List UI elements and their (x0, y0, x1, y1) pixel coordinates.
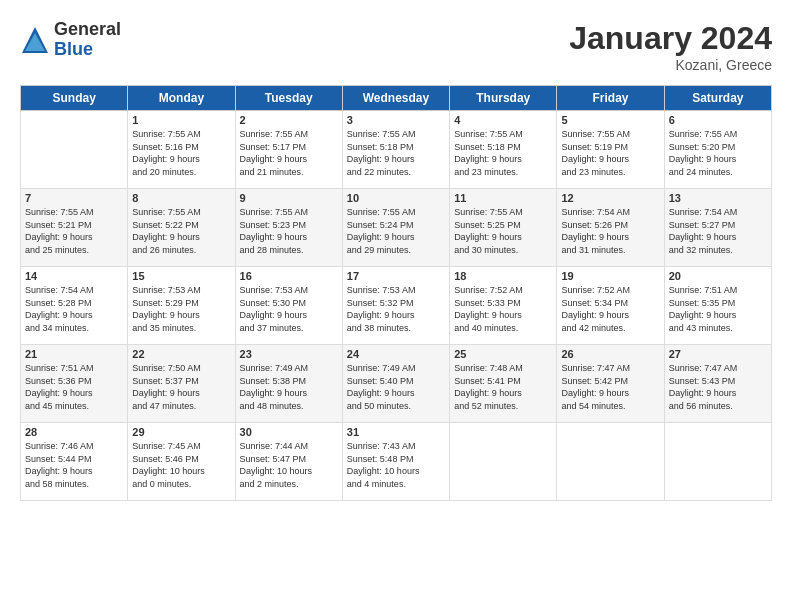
day-number: 24 (347, 348, 445, 360)
month-title: January 2024 (569, 20, 772, 57)
day-info: Sunrise: 7:55 AMSunset: 5:18 PMDaylight:… (454, 128, 552, 178)
day-number: 26 (561, 348, 659, 360)
location: Kozani, Greece (569, 57, 772, 73)
day-number: 27 (669, 348, 767, 360)
day-info: Sunrise: 7:54 AMSunset: 5:26 PMDaylight:… (561, 206, 659, 256)
day-info: Sunrise: 7:54 AMSunset: 5:28 PMDaylight:… (25, 284, 123, 334)
day-info: Sunrise: 7:55 AMSunset: 5:24 PMDaylight:… (347, 206, 445, 256)
day-info: Sunrise: 7:51 AMSunset: 5:35 PMDaylight:… (669, 284, 767, 334)
day-info: Sunrise: 7:46 AMSunset: 5:44 PMDaylight:… (25, 440, 123, 490)
day-number: 22 (132, 348, 230, 360)
day-info: Sunrise: 7:54 AMSunset: 5:27 PMDaylight:… (669, 206, 767, 256)
day-info: Sunrise: 7:47 AMSunset: 5:43 PMDaylight:… (669, 362, 767, 412)
day-number: 20 (669, 270, 767, 282)
day-number: 21 (25, 348, 123, 360)
calendar-table: Sunday Monday Tuesday Wednesday Thursday… (20, 85, 772, 501)
day-number: 4 (454, 114, 552, 126)
day-number: 11 (454, 192, 552, 204)
day-number: 7 (25, 192, 123, 204)
day-number: 30 (240, 426, 338, 438)
day-number: 13 (669, 192, 767, 204)
day-info: Sunrise: 7:50 AMSunset: 5:37 PMDaylight:… (132, 362, 230, 412)
day-number: 2 (240, 114, 338, 126)
day-number: 5 (561, 114, 659, 126)
table-row: 20Sunrise: 7:51 AMSunset: 5:35 PMDayligh… (664, 267, 771, 345)
day-info: Sunrise: 7:55 AMSunset: 5:19 PMDaylight:… (561, 128, 659, 178)
logo-general-text: General (54, 20, 121, 40)
day-number: 15 (132, 270, 230, 282)
day-info: Sunrise: 7:44 AMSunset: 5:47 PMDaylight:… (240, 440, 338, 490)
day-info: Sunrise: 7:52 AMSunset: 5:33 PMDaylight:… (454, 284, 552, 334)
day-number: 14 (25, 270, 123, 282)
page: General Blue January 2024 Kozani, Greece… (0, 0, 792, 612)
day-number: 31 (347, 426, 445, 438)
calendar-week-row: 1Sunrise: 7:55 AMSunset: 5:16 PMDaylight… (21, 111, 772, 189)
table-row: 17Sunrise: 7:53 AMSunset: 5:32 PMDayligh… (342, 267, 449, 345)
day-number: 3 (347, 114, 445, 126)
table-row: 10Sunrise: 7:55 AMSunset: 5:24 PMDayligh… (342, 189, 449, 267)
logo-text: General Blue (54, 20, 121, 60)
table-row: 3Sunrise: 7:55 AMSunset: 5:18 PMDaylight… (342, 111, 449, 189)
day-number: 23 (240, 348, 338, 360)
day-number: 25 (454, 348, 552, 360)
table-row: 31Sunrise: 7:43 AMSunset: 5:48 PMDayligh… (342, 423, 449, 501)
day-info: Sunrise: 7:53 AMSunset: 5:29 PMDaylight:… (132, 284, 230, 334)
col-sunday: Sunday (21, 86, 128, 111)
col-tuesday: Tuesday (235, 86, 342, 111)
header: General Blue January 2024 Kozani, Greece (20, 20, 772, 73)
calendar-header-row: Sunday Monday Tuesday Wednesday Thursday… (21, 86, 772, 111)
table-row: 19Sunrise: 7:52 AMSunset: 5:34 PMDayligh… (557, 267, 664, 345)
table-row (664, 423, 771, 501)
calendar-week-row: 14Sunrise: 7:54 AMSunset: 5:28 PMDayligh… (21, 267, 772, 345)
table-row: 29Sunrise: 7:45 AMSunset: 5:46 PMDayligh… (128, 423, 235, 501)
col-monday: Monday (128, 86, 235, 111)
day-number: 19 (561, 270, 659, 282)
day-info: Sunrise: 7:55 AMSunset: 5:16 PMDaylight:… (132, 128, 230, 178)
col-friday: Friday (557, 86, 664, 111)
day-number: 16 (240, 270, 338, 282)
table-row: 11Sunrise: 7:55 AMSunset: 5:25 PMDayligh… (450, 189, 557, 267)
day-number: 9 (240, 192, 338, 204)
day-info: Sunrise: 7:49 AMSunset: 5:38 PMDaylight:… (240, 362, 338, 412)
day-info: Sunrise: 7:43 AMSunset: 5:48 PMDaylight:… (347, 440, 445, 490)
day-info: Sunrise: 7:55 AMSunset: 5:20 PMDaylight:… (669, 128, 767, 178)
day-number: 28 (25, 426, 123, 438)
day-number: 8 (132, 192, 230, 204)
table-row: 25Sunrise: 7:48 AMSunset: 5:41 PMDayligh… (450, 345, 557, 423)
day-number: 18 (454, 270, 552, 282)
day-info: Sunrise: 7:55 AMSunset: 5:22 PMDaylight:… (132, 206, 230, 256)
table-row: 12Sunrise: 7:54 AMSunset: 5:26 PMDayligh… (557, 189, 664, 267)
logo-icon (20, 25, 50, 55)
day-number: 1 (132, 114, 230, 126)
day-number: 29 (132, 426, 230, 438)
table-row: 26Sunrise: 7:47 AMSunset: 5:42 PMDayligh… (557, 345, 664, 423)
day-info: Sunrise: 7:52 AMSunset: 5:34 PMDaylight:… (561, 284, 659, 334)
col-wednesday: Wednesday (342, 86, 449, 111)
day-info: Sunrise: 7:47 AMSunset: 5:42 PMDaylight:… (561, 362, 659, 412)
table-row (450, 423, 557, 501)
table-row: 4Sunrise: 7:55 AMSunset: 5:18 PMDaylight… (450, 111, 557, 189)
col-thursday: Thursday (450, 86, 557, 111)
table-row: 9Sunrise: 7:55 AMSunset: 5:23 PMDaylight… (235, 189, 342, 267)
logo: General Blue (20, 20, 121, 60)
day-number: 17 (347, 270, 445, 282)
day-info: Sunrise: 7:48 AMSunset: 5:41 PMDaylight:… (454, 362, 552, 412)
calendar-week-row: 28Sunrise: 7:46 AMSunset: 5:44 PMDayligh… (21, 423, 772, 501)
day-info: Sunrise: 7:55 AMSunset: 5:25 PMDaylight:… (454, 206, 552, 256)
table-row: 1Sunrise: 7:55 AMSunset: 5:16 PMDaylight… (128, 111, 235, 189)
table-row: 14Sunrise: 7:54 AMSunset: 5:28 PMDayligh… (21, 267, 128, 345)
table-row: 27Sunrise: 7:47 AMSunset: 5:43 PMDayligh… (664, 345, 771, 423)
day-info: Sunrise: 7:55 AMSunset: 5:21 PMDaylight:… (25, 206, 123, 256)
table-row: 23Sunrise: 7:49 AMSunset: 5:38 PMDayligh… (235, 345, 342, 423)
day-info: Sunrise: 7:45 AMSunset: 5:46 PMDaylight:… (132, 440, 230, 490)
logo-blue-text: Blue (54, 40, 121, 60)
table-row (21, 111, 128, 189)
table-row: 5Sunrise: 7:55 AMSunset: 5:19 PMDaylight… (557, 111, 664, 189)
table-row: 22Sunrise: 7:50 AMSunset: 5:37 PMDayligh… (128, 345, 235, 423)
table-row (557, 423, 664, 501)
calendar-week-row: 21Sunrise: 7:51 AMSunset: 5:36 PMDayligh… (21, 345, 772, 423)
day-info: Sunrise: 7:55 AMSunset: 5:18 PMDaylight:… (347, 128, 445, 178)
table-row: 30Sunrise: 7:44 AMSunset: 5:47 PMDayligh… (235, 423, 342, 501)
calendar-week-row: 7Sunrise: 7:55 AMSunset: 5:21 PMDaylight… (21, 189, 772, 267)
day-number: 12 (561, 192, 659, 204)
